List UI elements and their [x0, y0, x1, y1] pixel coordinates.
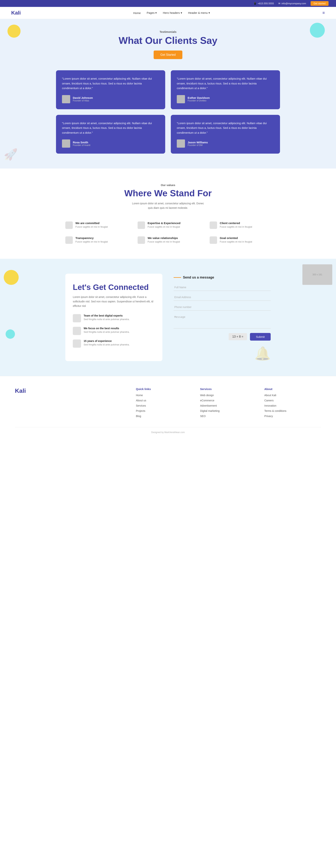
connect-feature: 15 years of experience Sed fringilla nul…	[73, 339, 155, 348]
phone-input[interactable]	[174, 304, 271, 311]
values-description: Lorem ipsum dolor sit amet, consectetur …	[131, 202, 205, 210]
testimonial-author: Jason Williams Founder of DM	[177, 140, 274, 148]
value-title: Transparency	[76, 237, 108, 240]
value-title: We value relationships	[148, 237, 180, 240]
nav-hero-headers[interactable]: Hero headers ▾	[163, 11, 182, 14]
phone-info: 📱 +815.555.5555	[253, 2, 274, 5]
testimonial-text: "Lorem ipsum dolor sit amet, consectetur…	[177, 121, 274, 135]
list-item: Terms & conditions	[264, 409, 321, 412]
value-item: We are committed Fusce sagittis et nisi …	[65, 221, 127, 229]
feature-content: We focus on the best results Sed fringil…	[84, 327, 130, 333]
value-desc: Fusce sagittis et nisi in feugiat	[148, 225, 180, 228]
feature-icon	[73, 339, 81, 348]
top-cta-button[interactable]: Get started	[311, 1, 329, 6]
footer-link[interactable]: Terms & conditions	[264, 409, 286, 412]
list-item: Digital marketing	[200, 409, 257, 412]
feature-content: Team of the best digital experts Sed fri…	[84, 314, 130, 321]
connect-title: Let's Get Connected	[73, 283, 155, 292]
author-name: Rosa Smith	[73, 141, 90, 144]
author-info: Jason Williams Founder of DM	[188, 141, 208, 147]
form-group-message	[174, 314, 271, 329]
list-item: Blog	[136, 414, 193, 418]
value-content: Transparency Fusce sagittis et nisi in f…	[76, 237, 108, 243]
author-info: Rosa Smith Founder of Avanti	[73, 141, 90, 147]
full-name-input[interactable]	[174, 284, 271, 291]
author-info: Esther Davidson Founder of Divitleo	[188, 96, 209, 102]
submit-button[interactable]: Submit	[250, 333, 271, 341]
footer-link[interactable]: Home	[136, 394, 143, 397]
footer-link[interactable]: Advertisement	[200, 404, 217, 407]
value-content: Expertise & Experienced Fusce sagittis e…	[148, 221, 180, 228]
connect-feature: We focus on the best results Sed fringil…	[73, 327, 155, 335]
footer-grid: Kali Quick links Home About us Services …	[15, 388, 321, 420]
author-name: David Johnson	[73, 96, 93, 99]
value-title: Client centered	[220, 221, 252, 225]
value-item: We value relationships Fusce sagittis et…	[138, 237, 199, 244]
footer-services-list: Web design eCommerce Advertisement Digit…	[200, 394, 257, 418]
value-icon	[138, 221, 145, 229]
value-icon	[65, 221, 73, 229]
footer-link[interactable]: Digital marketing	[200, 409, 220, 412]
list-item: Privacy	[264, 414, 321, 418]
deco-yellow-circle	[7, 25, 21, 38]
footer-link[interactable]: SEO	[200, 414, 206, 417]
footer-link[interactable]: Careers	[264, 399, 274, 402]
footer-link[interactable]: About Kali	[264, 394, 276, 397]
bell-icon: 🔔	[254, 346, 271, 361]
value-item: Expertise & Experienced Fusce sagittis e…	[138, 221, 199, 229]
value-desc: Fusce sagittis et nisi in feugiat	[76, 240, 108, 243]
rocket-icon: 🚀	[4, 148, 18, 161]
footer-link[interactable]: Projects	[136, 409, 145, 412]
avatar	[62, 140, 70, 148]
feature-icon	[73, 314, 81, 322]
footer-about: About About Kali Careers Innovation Term…	[264, 388, 321, 420]
author-role: Founder of Avanti	[73, 144, 90, 147]
nav-home[interactable]: Home	[133, 11, 141, 14]
form-group-fullname	[174, 284, 271, 291]
footer-link[interactable]: Blog	[136, 414, 141, 417]
author-info: David Johnson Founder of Atlas	[73, 96, 93, 102]
deco-teal-circle	[310, 23, 325, 38]
feature-content: 15 years of experience Sed fringilla nul…	[84, 339, 130, 346]
footer-link[interactable]: About us	[136, 399, 146, 402]
nav-header-menu[interactable]: Header & menu ▾	[188, 11, 210, 14]
testimonials-label: Testimonials	[15, 30, 321, 33]
list-item: Services	[136, 404, 193, 407]
top-bar: 📱 +815.555.5555 ✉ info@mycompany.com Get…	[0, 0, 336, 7]
form-group-phone	[174, 304, 271, 311]
nav-pages[interactable]: Pages ▾	[147, 11, 157, 14]
values-grid: We are committed Fusce sagittis et nisi …	[65, 221, 271, 244]
value-desc: Fusce sagittis et nisi in feugiat	[220, 240, 252, 243]
hamburger-icon[interactable]: ≡	[323, 10, 325, 15]
testimonials-grid: "Lorem ipsum dolor sit amet, consectetur…	[56, 70, 280, 154]
footer-link[interactable]: Services	[136, 404, 146, 407]
connect-left-panel: Let's Get Connected Lorem ipsum dolor si…	[65, 274, 162, 361]
footer-link[interactable]: Innovation	[264, 404, 276, 407]
footer-quicklinks-title: Quick links	[136, 388, 193, 391]
author-name: Esther Davidson	[188, 96, 209, 99]
feature-title: 15 years of experience	[84, 339, 130, 342]
testimonial-card: "Lorem ipsum dolor sit amet, consectetur…	[56, 115, 165, 154]
email-info: ✉ info@mycompany.com	[278, 2, 306, 5]
footer-quicklinks-list: Home About us Services Projects Blog	[136, 394, 193, 418]
footer-link[interactable]: Privacy	[264, 414, 273, 417]
value-content: Client centered Fusce sagittis et nisi i…	[220, 221, 252, 228]
testimonials-section: 🚀 Testimonials What Our Clients Say Get …	[0, 19, 336, 168]
value-item: Client centered Fusce sagittis et nisi i…	[209, 221, 271, 229]
list-item: Careers	[264, 399, 321, 402]
email-input[interactable]	[174, 294, 271, 301]
footer-link[interactable]: eCommerce	[200, 399, 214, 402]
value-icon	[65, 237, 73, 244]
testimonials-cta-button[interactable]: Get Started	[153, 51, 183, 59]
list-item: Home	[136, 394, 193, 397]
footer-link[interactable]: Web design	[200, 394, 214, 397]
footer-services: Services Web design eCommerce Advertisem…	[200, 388, 257, 420]
testimonial-card: "Lorem ipsum dolor sit amet, consectetur…	[56, 70, 165, 109]
testimonial-author: Rosa Smith Founder of Avanti	[62, 140, 159, 148]
list-item: eCommerce	[200, 399, 257, 402]
phone-icon: 📱	[253, 2, 256, 5]
message-input[interactable]	[174, 314, 271, 329]
testimonial-text: "Lorem ipsum dolor sit amet, consectetur…	[62, 76, 159, 91]
list-item: Innovation	[264, 404, 321, 407]
placeholder-image: 300 x 181	[302, 265, 332, 285]
